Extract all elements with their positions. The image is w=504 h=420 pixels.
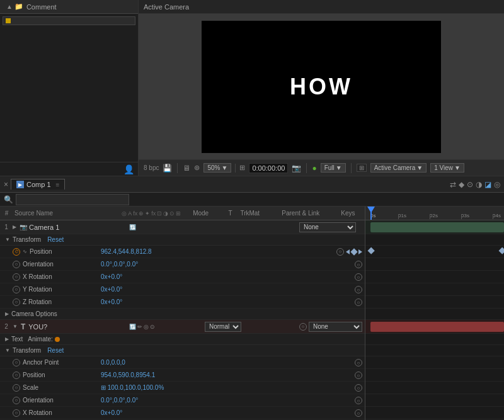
col-quality-icon: ✦ [145, 210, 150, 217]
camera-yrot-value[interactable]: 0x+0.0° [101, 286, 355, 293]
text-scale-cycle-2: ○ [355, 384, 362, 392]
text-anchor-value[interactable]: 0.0,0.0,0 [101, 359, 355, 366]
comp-tab-label: Comp 1 [26, 181, 51, 188]
layer-name-text: ▼ T YOU? [13, 322, 129, 331]
solo-mode-icon[interactable]: ◎ [494, 180, 500, 189]
camera-zrot-value[interactable]: 0x+0.0° [101, 298, 355, 305]
folder-icon: 📁 [14, 3, 23, 11]
position-stopwatch[interactable]: ⏱ [13, 248, 20, 256]
camera-xrot-cycle: ○ [355, 273, 365, 281]
quality-button[interactable]: Full ▼ [321, 163, 346, 173]
motion-blur-icon[interactable]: ◑ [476, 180, 482, 189]
animate-dot[interactable] [55, 337, 60, 342]
track-camera [365, 220, 504, 234]
anchor-cycle-2: ○ [355, 359, 362, 366]
track-camera-zrot [365, 296, 504, 309]
col-header-t: T [229, 210, 241, 217]
camera-view-button[interactable]: Active Camera ▼ [370, 163, 427, 173]
text-parent-select[interactable]: None [309, 322, 362, 332]
text-orient-row: ○ Orientation 0.0°,0.0°,0.0° ○ [0, 394, 365, 407]
viewer-panel: Active Camera HOW 8 bpc 💾 🖥 ⊛ 50% ▼ ⊞ 0:… [139, 0, 504, 176]
track-camera-yrot [365, 283, 504, 296]
camera-xrot-label: ○ X Rotation [13, 273, 101, 281]
timecode-display[interactable]: 0:00:00:00 [249, 163, 288, 173]
text-layer-mask-icon: ✏ [137, 324, 142, 330]
layer-search-input[interactable] [16, 194, 129, 205]
text-position-row: ○ Position 954.0,590.0,8954.1 ○ [0, 369, 365, 382]
yrot-cycle-2: ○ [355, 286, 362, 293]
timeline-panel-icons: ⇄ ◆ ⊙ ◑ ◪ ◎ [67, 180, 500, 189]
toolbar-sep-3 [306, 163, 307, 173]
timeline-ruler: 0s 01s 02s 03s 04s [365, 207, 504, 220]
camera-zrot-cycle: ○ [355, 298, 365, 307]
track-text-transform [365, 345, 504, 356]
tab-close-button[interactable]: × [4, 180, 8, 189]
view-layout-button[interactable]: 1 View ▼ [430, 163, 464, 173]
kf-prev-btn[interactable] [346, 249, 350, 254]
camera-reset-link[interactable]: Reset [47, 236, 64, 243]
camera-layer-icon: 📷 [20, 224, 27, 230]
camera-transform-triangle[interactable]: ▼ [5, 237, 10, 242]
timeline-tab-bar: × ▶ Comp 1 ≡ ⇄ ◆ ⊙ ◑ ◪ ◎ [0, 176, 504, 193]
anchor-cycle: ○ [13, 359, 20, 366]
track-text [365, 320, 504, 334]
text-triangle-icon[interactable]: ▼ [13, 324, 18, 329]
col-3d-icon: ⊞ [176, 210, 181, 217]
camera-label: ⊞ [357, 164, 367, 172]
text-reset-link[interactable]: Reset [47, 347, 64, 354]
camera-position-row: ⏱ ∿ Position 962.4,544.8,812.8 ○ [0, 246, 365, 258]
ruler-tick-1: 01s [398, 213, 406, 219]
col-header-icons: ◎ A fx ⊕ ✦ fx ⊡ ◑ ⊙ ⊞ [122, 210, 193, 217]
zoom-dropdown-icon: ▼ [221, 164, 227, 171]
col-header-trkmat: TrkMat [240, 210, 282, 217]
camera-orientation-label: ○ Orientation [13, 261, 101, 268]
ruler-tick-2: 02s [430, 213, 438, 219]
kf-next-btn[interactable] [358, 249, 362, 254]
zrot-cycle-1: ○ [13, 298, 20, 306]
text-scale-value[interactable]: ⊞ 100.0,100.0,100.0% [101, 384, 355, 391]
camera-options-triangle[interactable]: ▶ [5, 311, 9, 317]
text-scale-cycle: ○ [13, 384, 20, 392]
project-bottom-bar: 👤 [0, 162, 138, 176]
layers-panel: # Source Name ◎ A fx ⊕ ✦ fx ⊡ ◑ ⊙ ⊞ Mode… [0, 207, 365, 420]
playhead[interactable] [370, 207, 372, 220]
ruler-label-4: 04s [493, 213, 501, 219]
text-transform-header: ▼ Transform Reset [0, 345, 365, 356]
project-panel-icons: ▲ 📁 Comment [4, 3, 59, 11]
transfer-icon[interactable]: ⇄ [450, 180, 456, 189]
project-item[interactable] [3, 16, 135, 25]
new-folder-icon[interactable]: 👤 [123, 164, 134, 174]
kf-mark-pos-0[interactable] [368, 247, 375, 254]
layer-row-text[interactable]: 2 ▼ T YOU? 🔃 ✏ ◎ ⊙ Normal [0, 320, 365, 334]
text-xrot-value[interactable]: 0x+0.0° [101, 409, 355, 416]
column-headers: # Source Name ◎ A fx ⊕ ✦ fx ⊡ ◑ ⊙ ⊞ Mode… [0, 207, 365, 220]
layer-num-1: 1 [0, 224, 13, 230]
camera-parent-select[interactable]: None [299, 222, 356, 232]
camera-position-value[interactable]: 962.4,544.8,812.8 [101, 248, 336, 255]
draft-icon[interactable]: ⊙ [467, 180, 473, 189]
marker-icon[interactable]: ◆ [459, 180, 464, 189]
camera-orientation-value[interactable]: 0.0°,0.0°,0.0° [101, 261, 355, 268]
animate-area: Animate: [28, 336, 59, 343]
kf-mark-pos-1[interactable] [499, 247, 504, 254]
camera-xrot-value[interactable]: 0x+0.0° [101, 273, 355, 280]
text-orient-cycle-right: ○ [355, 396, 365, 405]
camera-layer-name: Camera 1 [29, 224, 59, 231]
text-transform-triangle[interactable]: ▼ [5, 348, 10, 353]
text-position-value[interactable]: 954.0,590.0,8954.1 [101, 372, 355, 378]
kf-diamond[interactable] [350, 248, 357, 255]
text-section-triangle[interactable]: ▶ [5, 336, 9, 342]
orientation-cycle-1: ○ [13, 261, 20, 268]
text-orient-value[interactable]: 0.0°,0.0°,0.0° [101, 397, 355, 404]
comp-tab[interactable]: ▶ Comp 1 ≡ [11, 179, 65, 190]
track-camera-transform-section [365, 234, 504, 246]
zoom-button[interactable]: 50% ▼ [203, 163, 231, 173]
text-mode-cell: Normal [205, 322, 243, 332]
graph-editor-icon[interactable]: ◪ [484, 180, 491, 189]
text-mode-select[interactable]: Normal [205, 322, 241, 332]
comp-icon: ▶ [16, 181, 24, 188]
layer-row-camera[interactable]: 1 ▶ 📷 Camera 1 🔃 None [0, 220, 365, 234]
text-orient-cycle: ○ [13, 397, 20, 404]
ruler-tickline-1 [398, 214, 399, 219]
triangle-right-icon[interactable]: ▶ [13, 224, 16, 230]
